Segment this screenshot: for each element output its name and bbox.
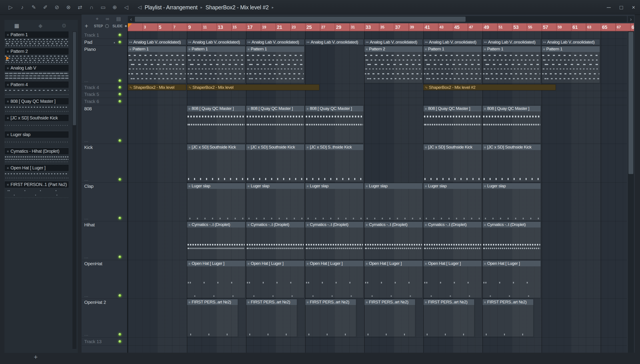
track-header[interactable]: Track 1 [82,31,127,39]
track-header[interactable]: 808⋯ [82,105,127,144]
audio-clip[interactable]: ↦Analog Lab V..onsolidated) [305,39,364,45]
drum-clip[interactable]: ≡Cymatics -..t (Droplet) [364,222,423,260]
horizontal-scrollbar-thumb[interactable] [135,17,466,22]
drum-clip[interactable]: ≡FIRST PERS..art №2) [423,299,475,337]
horizontal-scrollbar[interactable]: ‹ [128,16,627,22]
close-button[interactable]: × [632,4,635,11]
pattern-item[interactable]: ≡Open Hat [ Luger ] [5,165,68,181]
track-header[interactable]: Track 4 [82,84,127,91]
drum-clip[interactable]: ≡808 [ Quay QC Master ] [246,106,304,143]
drum-clip[interactable]: ≡808 [ Quay QC Master ] [423,106,482,143]
pattern-item[interactable]: ≡Analog Lab V [5,65,68,82]
track-mute-led[interactable] [118,333,121,336]
automation-clip[interactable]: ∿ShaperBox2 - Mix level [187,84,319,90]
playlist-lane[interactable]: ∿ShaperBox2 - Mix level∿ShaperBox2 - Mix… [128,84,627,91]
track-header[interactable]: Kick⋯ [82,144,127,183]
drum-clip[interactable]: ≡[JC x SD] Southside Kick [483,144,541,182]
pencil-icon[interactable]: ✎ [31,4,37,10]
drum-clip[interactable]: ≡Cymatics -..t (Droplet) [423,222,482,260]
playlist-lane[interactable]: ≡Luger slap≡Luger slap≡Luger slap≡Luger … [128,183,627,221]
drum-clip[interactable]: ≡Open Hat [ Luger ] [364,260,423,298]
pattern-item[interactable]: ≡Luger slap [5,132,68,148]
add-track-button[interactable]: + [85,23,88,30]
mute-icon[interactable]: ⊗ [65,4,72,10]
pattern-item[interactable]: ≡[JC x SD] Southside Kick [5,115,68,132]
slide-toggle[interactable] [125,25,127,27]
automation-clip[interactable]: ∿ShaperBox2 - Mix level #2 [423,84,556,90]
pattern-item[interactable]: ≡FIRST PERSON..1 (Part №2) [5,181,68,198]
playlist-lane[interactable] [128,338,627,346]
track-mute-led[interactable] [118,139,121,142]
drum-clip[interactable]: ≡[JC x SD] Southside Kick [423,144,482,182]
drum-clip[interactable]: ≡FIRST PERS..art №2) [364,299,415,337]
play-icon[interactable]: ▷ [8,4,14,10]
track-mute-led[interactable] [118,79,121,82]
drum-clip[interactable]: ≡Open Hat [ Luger ] [305,260,364,298]
vertical-scrollbar[interactable] [628,31,634,353]
track-resize-grip[interactable]: ⋯ [84,294,89,299]
automation-clip[interactable]: ∿ShaperBox2 - Mix level [128,84,186,90]
audio-clip[interactable]: ↦Analog Lab V..onsolidated) [423,39,482,45]
pattern-clip[interactable]: ≡Pattern 1 [483,46,541,83]
brush-icon[interactable]: ✐ [42,4,49,10]
drum-clip[interactable]: ≡Luger slap [483,183,541,220]
track-mute-led[interactable] [118,294,121,297]
drum-clip[interactable]: ≡Luger slap [364,183,423,220]
drum-clip[interactable]: ≡FIRST PERS..art №2) [246,299,297,337]
picker-scrollbar-thumb[interactable] [73,32,76,125]
drum-clip[interactable]: ≡808 [ Quay QC Master ] [483,106,541,143]
pattern-item[interactable]: ≡808 [ Quay QC Master ] [5,98,68,115]
track-header[interactable]: Hihat⋯ [82,221,127,260]
drum-clip[interactable]: ≡Luger slap [187,183,245,220]
track-mute-led[interactable] [118,256,121,258]
track-header[interactable]: Clap⋯ [82,183,127,221]
playlist-lane[interactable]: ≡FIRST PERS..art №2)≡FIRST PERS..art №2)… [128,299,627,338]
pattern-item[interactable]: ≡Pattern 1 [5,32,68,48]
vertical-scrollbar-thumb[interactable] [628,32,633,174]
drum-clip[interactable]: ≡Open Hat [ Luger ] [187,260,245,298]
keyboard-icon[interactable]: ▤ [116,16,121,22]
drum-clip[interactable]: ≡Luger slap [246,183,304,220]
slip-arrows-icon[interactable]: ⇄ [77,4,83,10]
track-mute-led[interactable] [118,340,121,343]
playlist-lane[interactable]: ≡Open Hat [ Luger ]≡Open Hat [ Luger ]≡O… [128,260,627,299]
audio-clip[interactable]: ↦Analog Lab V..onsolidated) [364,39,423,45]
link-icon[interactable]: ∞ [106,16,109,22]
target-icon[interactable]: ⌖ [96,16,98,22]
track-header[interactable]: Track 13 [82,338,127,346]
track-header[interactable]: Track 5 [82,91,127,98]
track-resize-grip[interactable]: ⋯ [84,216,89,222]
drum-clip[interactable]: ≡808 [ Quay QC Master ] [187,106,245,143]
drum-clip[interactable]: ≡FIRST PERS..art №2) [483,299,534,337]
pattern-grid-icon[interactable]: ▦ [14,23,19,29]
track-resize-grip[interactable]: ⋯ [84,255,89,260]
playhead-marker[interactable] [128,23,132,28]
audio-clip[interactable]: ↦Analog Lab V..onsolidated) [128,39,186,45]
drum-clip[interactable]: ≡Open Hat [ Luger ] [246,260,304,298]
scroll-right-button[interactable]: › [628,16,634,22]
pattern-clip[interactable]: ≡Pattern 1 [187,46,245,83]
playlist-lane[interactable]: ≡808 [ Quay QC Master ]≡808 [ Quay QC Ma… [128,105,627,144]
drum-clip[interactable]: ≡Luger slap [423,183,482,220]
playlist-lane[interactable]: ≡Pattern 1≡Pattern 1≡Pattern 1≡Pattern 2… [128,46,627,84]
scroll-left-button[interactable]: ‹ [128,16,134,22]
marquee-select-icon[interactable]: ▭ [100,4,106,10]
drum-clip[interactable]: ≡Cymatics -..t (Droplet) [483,222,541,260]
audio-clip[interactable]: ↦Analog Lab V..onsolidated) [246,39,304,45]
add-pattern-button[interactable]: + [34,353,38,361]
playlist-lane[interactable]: ≡Cymatics -..t (Droplet)≡Cymatics -..t (… [128,221,627,260]
delete-slash-icon[interactable]: ⊘ [54,4,60,10]
diamond-icon[interactable]: ◆ [39,23,43,29]
track-mute-led[interactable] [118,40,121,44]
track-resize-grip[interactable]: ⋯ [84,333,89,338]
playback-speaker-icon[interactable]: ◁ [123,4,129,10]
step-toggle[interactable] [105,24,109,28]
magnet-icon[interactable]: ∩ [88,4,95,10]
track-header[interactable]: OpenHat⋯ [82,260,127,299]
drum-clip[interactable]: ≡[JC x SD] S..thside Kick [305,144,364,182]
playlist-lane[interactable]: ≡[JC x SD] Southside Kick≡[JC x SD] Sout… [128,144,627,183]
minimize-button[interactable]: ─ [607,4,611,11]
playlist-lane[interactable] [128,91,627,98]
picker-scrollbar[interactable] [72,32,76,349]
track-mute-led[interactable] [118,178,121,181]
